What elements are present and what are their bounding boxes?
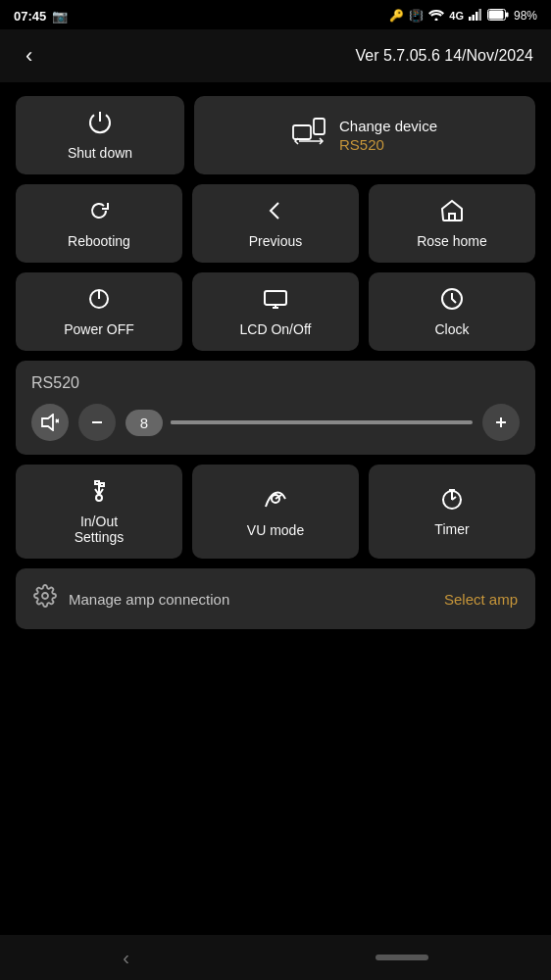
- svg-rect-4: [478, 9, 481, 21]
- wifi-icon: [428, 9, 444, 24]
- lcd-icon: [263, 286, 288, 316]
- battery-icon: [487, 9, 509, 24]
- status-bar: 07:45 📷 🔑 📳 4G 98%: [0, 0, 551, 29]
- version-info: Ver 5.7.05.6 14/Nov/2024: [356, 47, 533, 65]
- home-icon: [439, 198, 465, 227]
- main-content: Shut down Change device RS520: [0, 82, 551, 643]
- svg-point-25: [96, 495, 102, 501]
- svg-marker-17: [42, 415, 53, 430]
- top-bar: ‹ Ver 5.7.05.6 14/Nov/2024: [0, 29, 551, 82]
- gear-icon: [33, 584, 57, 613]
- clock-label: Clock: [434, 321, 469, 337]
- svg-rect-27: [100, 483, 104, 486]
- inout-label: In/Out Settings: [75, 514, 125, 545]
- camera-icon: 📷: [52, 9, 68, 24]
- nav-pill[interactable]: [376, 955, 428, 960]
- power-off-button[interactable]: Power OFF: [16, 272, 182, 351]
- volume-row: 8: [31, 404, 520, 441]
- vu-mode-label: VU mode: [247, 522, 304, 538]
- row-2: Rebooting Previous Rose home: [16, 184, 535, 263]
- svg-rect-8: [293, 125, 311, 139]
- reboot-icon: [86, 198, 112, 227]
- row-3: Power OFF LCD On/Off Clock: [16, 272, 535, 351]
- volume-value: 8: [125, 410, 163, 436]
- row-4: In/Out Settings VU mode T: [16, 465, 535, 559]
- manage-amp-label: Manage amp connection: [69, 591, 432, 608]
- status-time: 07:45: [14, 9, 46, 24]
- status-left: 07:45 📷: [14, 9, 68, 24]
- previous-button[interactable]: Previous: [192, 184, 359, 263]
- svg-rect-1: [469, 17, 472, 21]
- volume-slider-wrap: 8: [125, 410, 473, 436]
- svg-point-33: [42, 593, 48, 599]
- timer-button[interactable]: Timer: [369, 465, 535, 559]
- select-amp-button[interactable]: Select amp: [444, 591, 518, 608]
- vu-mode-button[interactable]: VU mode: [192, 465, 359, 559]
- change-device-button[interactable]: Change device RS520: [194, 96, 535, 174]
- device-name: RS520: [339, 136, 384, 153]
- clock-button[interactable]: Clock: [369, 272, 535, 351]
- previous-icon: [263, 198, 288, 227]
- svg-rect-13: [265, 291, 286, 305]
- usb-icon: [86, 478, 112, 508]
- amp-connection-bar[interactable]: Manage amp connection Select amp: [16, 568, 535, 629]
- vibrate-icon: 📳: [409, 9, 424, 23]
- power-icon: [87, 110, 113, 139]
- back-icon: ‹: [25, 43, 32, 68]
- rose-home-label: Rose home: [417, 233, 487, 249]
- network-4g-icon: 4G: [449, 10, 464, 22]
- volume-track-fill: [171, 420, 261, 424]
- timer-icon: [439, 486, 465, 515]
- svg-rect-26: [95, 481, 99, 484]
- clock-icon: [439, 286, 465, 316]
- nav-back-icon[interactable]: ‹: [123, 947, 129, 969]
- status-right: 🔑 📳 4G 98%: [389, 9, 537, 24]
- bottom-nav: ‹: [0, 935, 551, 980]
- battery-percent: 98%: [514, 9, 537, 23]
- power-off-icon: [86, 286, 112, 316]
- svg-rect-3: [476, 12, 478, 21]
- lcd-label: LCD On/Off: [240, 321, 312, 337]
- device-info: Change device RS520: [339, 118, 437, 153]
- reboot-button[interactable]: Rebooting: [16, 184, 182, 263]
- reboot-label: Rebooting: [68, 233, 130, 249]
- volume-down-button[interactable]: [78, 404, 116, 441]
- shutdown-label: Shut down: [68, 145, 132, 161]
- shutdown-button[interactable]: Shut down: [16, 96, 184, 174]
- svg-rect-9: [314, 119, 325, 134]
- volume-track[interactable]: [171, 420, 473, 424]
- row-1: Shut down Change device RS520: [16, 96, 535, 174]
- svg-rect-7: [506, 12, 509, 17]
- svg-point-0: [435, 18, 438, 21]
- svg-rect-6: [488, 10, 503, 19]
- device-card-name: RS520: [31, 374, 520, 392]
- change-device-icon: [292, 118, 326, 154]
- inout-settings-button[interactable]: In/Out Settings: [16, 465, 182, 559]
- svg-rect-2: [472, 15, 475, 21]
- lcd-button[interactable]: LCD On/Off: [192, 272, 359, 351]
- signal-icon: [469, 9, 482, 24]
- mute-button[interactable]: [31, 404, 69, 441]
- timer-label: Timer: [434, 521, 469, 537]
- volume-up-button[interactable]: [482, 404, 520, 441]
- previous-label: Previous: [249, 233, 302, 249]
- back-button[interactable]: ‹: [18, 39, 40, 73]
- change-device-label: Change device: [339, 118, 437, 134]
- rose-home-button[interactable]: Rose home: [369, 184, 535, 263]
- key-icon: 🔑: [389, 9, 404, 23]
- vu-mode-icon: [262, 485, 289, 516]
- device-card: RS520 8: [16, 361, 535, 455]
- power-off-label: Power OFF: [64, 321, 134, 337]
